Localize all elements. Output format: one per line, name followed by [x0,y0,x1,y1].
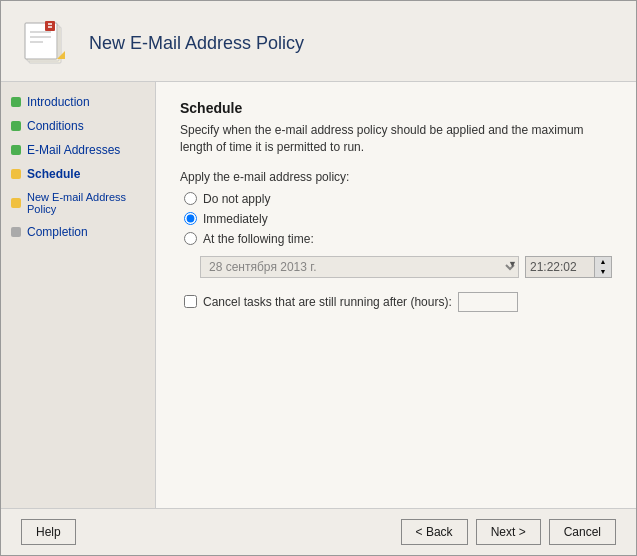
sidebar-dot-conditions [11,121,21,131]
time-input[interactable] [526,257,594,277]
dialog-footer: Help < Back Next > Cancel [1,508,636,555]
time-input-wrapper: ▲ ▼ [525,256,612,278]
radio-input-do-not-apply[interactable] [184,192,197,205]
radio-label-at-following-time: At the following time: [203,232,314,246]
back-button[interactable]: < Back [401,519,468,545]
hours-input[interactable] [458,292,518,312]
radio-do-not-apply[interactable]: Do not apply [184,192,612,206]
sidebar-item-email-addresses[interactable]: E-Mail Addresses [1,138,155,162]
sidebar-label-new-policy: New E-mail Address Policy [27,191,145,215]
cancel-tasks-label: Cancel tasks that are still running afte… [203,295,452,309]
time-down-button[interactable]: ▼ [595,267,611,277]
main-content: Schedule Specify when the e-mail address… [156,82,636,508]
sidebar-item-conditions[interactable]: Conditions [1,114,155,138]
radio-label-immediately: Immediately [203,212,268,226]
radio-label-do-not-apply: Do not apply [203,192,270,206]
sidebar-dot-email-addresses [11,145,21,155]
sidebar-item-completion[interactable]: Completion [1,220,155,244]
sidebar-label-conditions: Conditions [27,119,84,133]
next-button[interactable]: Next > [476,519,541,545]
section-title: Schedule [180,100,612,116]
sidebar-item-introduction[interactable]: Introduction [1,90,155,114]
sidebar-dot-completion [11,227,21,237]
sidebar-item-new-policy[interactable]: New E-mail Address Policy [1,186,155,220]
cancel-tasks-row: Cancel tasks that are still running afte… [184,292,612,312]
radio-input-immediately[interactable] [184,212,197,225]
svg-rect-6 [45,21,55,31]
datetime-row: 28 сентября 2013 г. ▲ ▼ [200,256,612,278]
cancel-tasks-checkbox[interactable] [184,295,197,308]
radio-immediately[interactable]: Immediately [184,212,612,226]
apply-label: Apply the e-mail address policy: [180,170,612,184]
date-select[interactable]: 28 сентября 2013 г. [200,256,519,278]
sidebar-label-email-addresses: E-Mail Addresses [27,143,120,157]
footer-right: < Back Next > Cancel [401,519,616,545]
sidebar-item-schedule[interactable]: Schedule [1,162,155,186]
time-spinner: ▲ ▼ [594,257,611,277]
sidebar-dot-schedule [11,169,21,179]
date-select-wrapper: 28 сентября 2013 г. [200,256,519,278]
dialog: New E-Mail Address Policy Introduction C… [0,0,637,556]
sidebar: Introduction Conditions E-Mail Addresses… [1,82,156,508]
footer-left: Help [21,519,401,545]
dialog-header: New E-Mail Address Policy [1,1,636,82]
radio-group: Do not apply Immediately At the followin… [184,192,612,246]
help-button[interactable]: Help [21,519,76,545]
sidebar-label-introduction: Introduction [27,95,90,109]
time-up-button[interactable]: ▲ [595,257,611,267]
radio-input-at-following-time[interactable] [184,232,197,245]
policy-icon [21,17,73,69]
sidebar-dot-introduction [11,97,21,107]
section-desc: Specify when the e-mail address policy s… [180,122,612,156]
sidebar-label-completion: Completion [27,225,88,239]
dialog-title: New E-Mail Address Policy [89,33,304,54]
sidebar-dot-new-policy [11,198,21,208]
radio-at-following-time[interactable]: At the following time: [184,232,612,246]
dialog-body: Introduction Conditions E-Mail Addresses… [1,82,636,508]
cancel-button[interactable]: Cancel [549,519,616,545]
sidebar-label-schedule: Schedule [27,167,80,181]
